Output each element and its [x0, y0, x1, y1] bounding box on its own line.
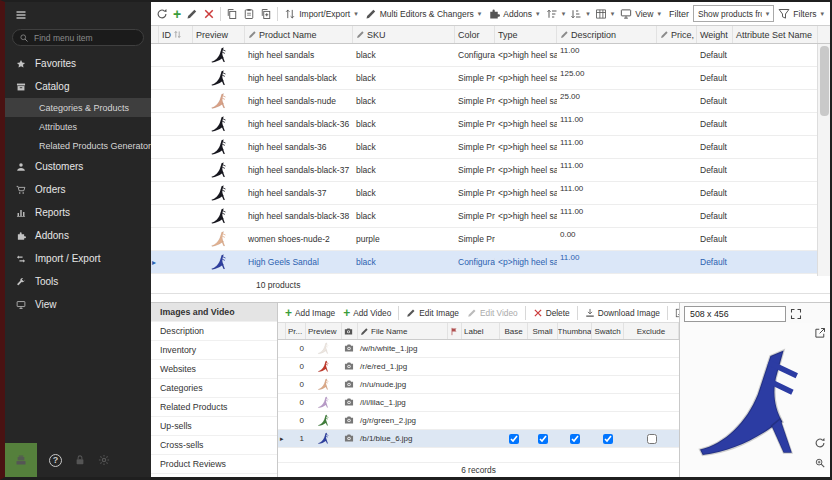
edit-image-button[interactable]: Edit Image — [403, 308, 462, 318]
swatch-checkbox[interactable] — [603, 434, 613, 444]
sidebar-item-favorites[interactable]: Favorites — [5, 52, 151, 75]
image-row[interactable]: 0/n/u/nude.jpg — [278, 376, 679, 394]
refresh-button[interactable] — [154, 4, 170, 24]
image-column-header-exclude[interactable]: Exclude — [624, 323, 679, 339]
sidebar-item-customers[interactable]: Customers — [5, 155, 151, 178]
zoom-in-icon[interactable] — [814, 457, 826, 469]
image-row[interactable]: 0/l/i/lilac_1.jpg — [278, 394, 679, 412]
sidebar-item-categories-and-products[interactable]: Categories & Products — [5, 98, 151, 117]
product-row[interactable]: women shoes-nude-2purpleSimple Product0.… — [151, 228, 830, 251]
column-header-type[interactable]: Type — [495, 26, 557, 43]
image-column-header-preview[interactable]: Preview — [306, 323, 342, 339]
edit-product-button[interactable] — [184, 4, 200, 24]
product-row[interactable]: ▸High Geels SandalblackConfigurable Prod… — [151, 251, 830, 274]
add-product-button[interactable]: + — [171, 4, 183, 24]
column-header-id[interactable]: ID — [159, 26, 193, 43]
image-column-header-camera[interactable] — [342, 323, 358, 339]
settings-gear-icon[interactable] — [98, 454, 110, 466]
store-button[interactable] — [5, 443, 37, 477]
sidebar-item-orders[interactable]: Orders — [5, 178, 151, 201]
menu-search-input[interactable] — [34, 33, 137, 43]
sidebar-item-attributes[interactable]: Attributes — [5, 117, 151, 136]
menu-icon[interactable] — [15, 9, 27, 21]
sort-desc-menu[interactable]: ▾ — [568, 4, 592, 24]
sidebar-item-catalog[interactable]: Catalog — [5, 75, 151, 98]
fullscreen-icon[interactable] — [790, 308, 802, 320]
column-header-weight[interactable]: Weight — [697, 26, 733, 43]
column-header-color[interactable]: Color — [455, 26, 495, 43]
column-header-attribute-set-name[interactable]: Attribute Set Name — [733, 26, 818, 43]
product-row[interactable]: high heel sandals-black-36blackSimple Pr… — [151, 113, 830, 136]
sidebar-item-view[interactable]: View — [5, 293, 151, 316]
column-header-description[interactable]: Description — [557, 26, 657, 43]
tab-categories[interactable]: Categories — [151, 379, 277, 398]
multi-editors-menu[interactable]: Multi Editors & Changers▾ — [362, 4, 485, 24]
image-column-header-expander[interactable] — [278, 323, 286, 339]
lock-icon[interactable] — [74, 454, 86, 466]
category-filter-select[interactable]: Show products from selected categories▾ — [693, 5, 774, 22]
column-header-preview[interactable]: Preview — [193, 26, 245, 43]
base-checkbox[interactable] — [509, 434, 519, 444]
image-column-header-base[interactable]: Base — [500, 323, 528, 339]
image-row[interactable]: 0/r/e/red_1.jpg — [278, 358, 679, 376]
tab-inventory[interactable]: Inventory — [151, 341, 277, 360]
small-checkbox[interactable] — [538, 434, 548, 444]
product-row[interactable]: high heel sandals-blackblackSimple Produ… — [151, 67, 830, 90]
product-row[interactable]: high heel sandals-black-37blackSimple Pr… — [151, 159, 830, 182]
image-row[interactable]: ▸1/b/1/blue_6.jpg — [278, 430, 679, 448]
image-row[interactable]: 0/g/r/green_2.jpg — [278, 412, 679, 430]
paste-button[interactable] — [241, 4, 257, 24]
addons-menu[interactable]: Addons▾ — [485, 4, 542, 24]
columns-menu[interactable]: ▾ — [593, 4, 617, 24]
image-column-header-file-name[interactable]: File Name — [358, 323, 448, 339]
thumbnail-checkbox[interactable] — [570, 434, 580, 444]
tab-description[interactable]: Description — [151, 322, 277, 341]
tab-websites[interactable]: Websites — [151, 360, 277, 379]
tab-product-reviews[interactable]: Product Reviews — [151, 455, 277, 474]
add-image-button[interactable]: +Add Image — [282, 307, 338, 319]
image-column-header-small[interactable]: Small — [528, 323, 558, 339]
image-column-header-thumbnail[interactable]: Thumbna — [558, 323, 592, 339]
delete-image-button[interactable]: Delete — [530, 308, 573, 318]
menu-search[interactable] — [12, 29, 144, 46]
rotate-icon[interactable] — [814, 437, 826, 449]
product-row[interactable]: high heel sandals-36blackSimple Product<… — [151, 136, 830, 159]
edit-video-button[interactable]: Edit Video — [464, 308, 521, 318]
sidebar-item-related-products-generator[interactable]: Related Products Generator — [5, 136, 151, 155]
copy-button[interactable] — [224, 4, 240, 24]
sidebar-item-tools[interactable]: Tools — [5, 270, 151, 293]
set-resize-rule-button[interactable]: Set Resize Rule▾ — [672, 308, 679, 318]
product-row[interactable]: high heel sandals-37blackSimple Product<… — [151, 182, 830, 205]
column-header-sku[interactable]: SKU — [353, 26, 455, 43]
column-header-price[interactable]: Price, — [657, 26, 697, 43]
tab-up-sells[interactable]: Up-sells — [151, 417, 277, 436]
sidebar-item-reports[interactable]: Reports — [5, 201, 151, 224]
view-menu[interactable]: View▾ — [617, 4, 664, 24]
add-video-button[interactable]: +Add Video — [340, 307, 394, 319]
image-size-field[interactable]: 508 x 456 — [684, 306, 786, 322]
tab-images-and-video[interactable]: Images and Video — [151, 303, 277, 322]
download-image-button[interactable]: Download Image — [582, 308, 663, 318]
help-icon[interactable]: ? — [49, 454, 62, 467]
column-header-product-name[interactable]: Product Name — [245, 26, 353, 43]
image-column-header-flag[interactable] — [448, 323, 462, 339]
image-column-header-swatch[interactable]: Swatch — [592, 323, 624, 339]
grid-scrollbar[interactable] — [817, 44, 830, 276]
product-row[interactable]: high heel sandalsblackConfigurable Produ… — [151, 44, 830, 67]
tab-cross-sells[interactable]: Cross-sells — [151, 436, 277, 455]
column-header-expander[interactable] — [151, 26, 159, 43]
sidebar-item-import-export[interactable]: Import / Export — [5, 247, 151, 270]
exclude-checkbox[interactable] — [647, 434, 657, 444]
product-row[interactable]: high heel sandals-nudeblackSimple Produc… — [151, 90, 830, 113]
image-column-header-priority[interactable]: Pr... — [286, 323, 306, 339]
tab-related-products[interactable]: Related Products — [151, 398, 277, 417]
open-external-icon[interactable] — [814, 327, 826, 339]
filters-menu[interactable]: Filters▾ — [775, 4, 827, 24]
image-column-header-label[interactable]: Label — [462, 323, 500, 339]
delete-product-button[interactable] — [201, 4, 217, 24]
sidebar-item-addons[interactable]: Addons — [5, 224, 151, 247]
sort-asc-menu[interactable]: ▾ — [544, 4, 568, 24]
product-row[interactable]: high heel sandals-black-38blackSimple Pr… — [151, 205, 830, 228]
scrollbar-thumb[interactable] — [820, 46, 829, 116]
image-row[interactable]: 0/w/h/white_1.jpg — [278, 340, 679, 358]
